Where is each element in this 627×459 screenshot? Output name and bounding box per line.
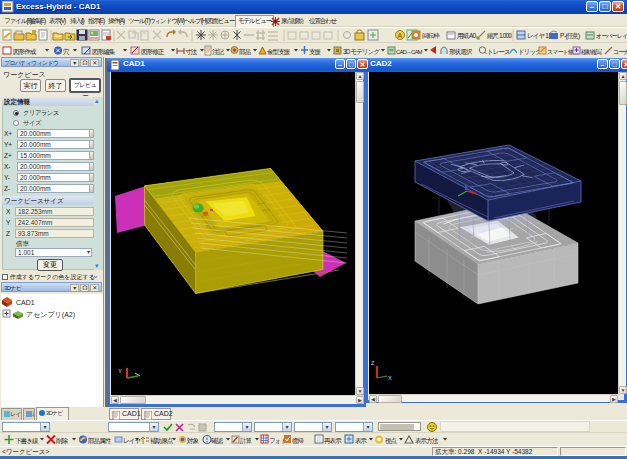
svg-text:図形編集: 図形編集 — [92, 48, 116, 56]
svg-text:計算: 計算 — [240, 437, 253, 445]
svg-text:Y: Y — [118, 368, 122, 374]
svg-text:X: X — [388, 375, 392, 381]
svg-text:寸法: 寸法 — [185, 48, 198, 56]
svg-text:コーナー: コーナー — [613, 49, 627, 55]
svg-text:P -(任意): P -(任意) — [560, 32, 580, 40]
svg-text:CAD↔CAM: CAD↔CAM — [396, 49, 423, 55]
svg-text:金型支援: 金型支援 — [267, 48, 291, 56]
svg-text:回転枠: 回転枠 — [422, 32, 440, 39]
svg-text:図形作成: 図形作成 — [13, 48, 37, 56]
svg-text:3D モデリング: 3D モデリング — [343, 48, 380, 55]
svg-text:注記: 注記 — [212, 48, 225, 56]
svg-text:縮尺 1.000: 縮尺 1.000 — [486, 32, 512, 40]
svg-text:穴: 穴 — [63, 48, 70, 55]
svg-text:オーバーレイ 0: オーバーレイ 0 — [596, 33, 627, 40]
svg-text:移動複写: 移動複写 — [581, 49, 602, 56]
svg-text:アセンブリ(A2): アセンブリ(A2) — [26, 311, 75, 319]
svg-text:図形修正: 図形修正 — [141, 48, 165, 56]
svg-text:レイヤ 1: レイヤ 1 — [527, 32, 549, 39]
svg-text:形状選択: 形状選択 — [449, 48, 473, 56]
svg-text:フォト: フォト — [269, 437, 286, 444]
svg-text:用紙 A0: 用紙 A0 — [457, 32, 477, 40]
svg-text:対象: 対象 — [186, 437, 200, 444]
svg-text:表示: 表示 — [355, 437, 368, 444]
svg-text:削除: 削除 — [56, 437, 69, 445]
svg-text:Z: Z — [371, 360, 375, 366]
svg-text:A: A — [398, 32, 403, 39]
svg-text:支援: 支援 — [309, 48, 322, 56]
svg-text:確認: 確認 — [211, 437, 224, 445]
svg-text:補助原点: 補助原点 — [150, 437, 174, 445]
svg-text:復帰: 復帰 — [292, 437, 304, 445]
svg-text:部品: 部品 — [238, 48, 251, 56]
svg-text:トレース: トレース — [487, 48, 510, 55]
svg-text:部品属性: 部品属性 — [87, 437, 112, 445]
svg-text:表示方法: 表示方法 — [415, 437, 439, 445]
svg-text:CAD1: CAD1 — [16, 299, 35, 306]
svg-text:再表示: 再表示 — [324, 437, 342, 444]
svg-text:視点: 視点 — [385, 437, 398, 445]
svg-text:下書き線: 下書き線 — [15, 437, 39, 445]
